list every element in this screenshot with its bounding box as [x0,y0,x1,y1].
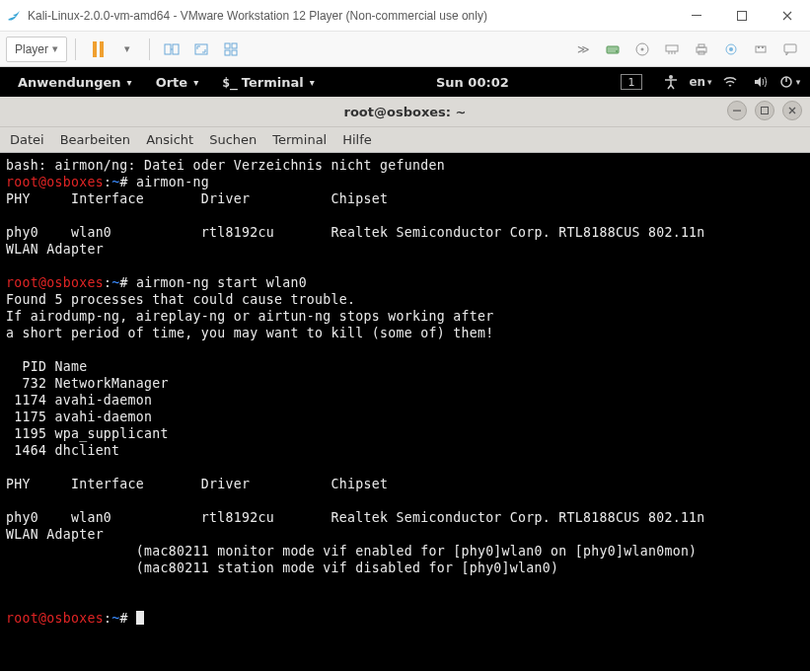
svg-rect-3 [173,44,179,54]
terminal-window-chrome: root@osboxes: ~ Datei Bearbeiten Ansicht… [0,97,810,153]
output-line: WLAN Adapter [6,242,104,257]
sound-icon[interactable] [717,37,745,62]
toolbar-divider [149,38,150,60]
window-title: Kali-Linux-2.0.0-vm-amd64 - VMware Works… [28,9,674,23]
output-line: PHY Interface Driver Chipset [6,477,388,491]
svg-rect-8 [232,50,237,55]
terminal-menubar: Datei Bearbeiten Ansicht Suchen Terminal… [0,126,810,152]
accessibility-icon[interactable] [658,74,684,90]
prompt-user: root [6,175,38,189]
chevron-down-icon: ▾ [52,42,58,55]
workspace-indicator[interactable]: 1 [621,74,642,90]
toolbar-divider [75,38,76,60]
svg-rect-6 [232,43,237,48]
clock[interactable]: Sun 00:02 [418,75,527,90]
output-line: PID Name [6,359,87,374]
chevron-down-icon: ▾ [310,77,315,88]
svg-rect-19 [756,46,766,52]
svg-rect-1 [738,11,747,20]
chevron-down-icon: ▾ [796,77,801,87]
terminal-titlebar: root@osboxes: ~ [0,97,810,126]
prompt-user: root [6,275,38,290]
window-controls [674,0,810,31]
chevron-down-icon: ▾ [124,42,130,55]
terminal-maximize-button[interactable] [755,101,774,120]
unity-button[interactable] [217,37,245,62]
hard-disk-icon[interactable] [599,37,626,62]
prompt-host: osboxes [46,175,104,189]
kali-dragon-icon [6,8,22,24]
maximize-button[interactable] [719,0,765,31]
output-line: 1174 avahi-daemon [6,393,152,408]
svg-rect-20 [758,46,760,48]
svg-point-23 [669,75,673,79]
output-line: PHY Interface Driver Chipset [6,191,388,206]
output-line: bash: airmon/ng: Datei oder Verzeichnis … [6,158,445,173]
output-line: (mac80211 monitor mode vif enabled for [… [6,544,697,559]
volume-icon[interactable] [747,74,773,90]
output-line: 1195 wpa_supplicant [6,426,169,441]
svg-rect-15 [699,44,704,47]
command-text: airmon-ng start wlan0 [128,275,307,290]
terminal-close-button[interactable] [782,101,802,120]
menu-help[interactable]: Hilfe [342,132,372,147]
language-indicator[interactable]: en▾ [688,75,713,89]
command-text: airmon-ng [128,175,209,189]
output-line: Found 5 processes that could cause troub… [6,292,355,307]
chevron-down-icon: ▾ [707,77,712,87]
devices-dropdown[interactable]: ≫ [569,37,597,62]
prompt-user: root [6,611,38,626]
power-icon[interactable]: ▾ [776,74,802,90]
network-adapter-icon[interactable] [658,37,686,62]
svg-rect-25 [733,111,741,112]
menu-view[interactable]: Ansicht [146,132,193,147]
send-ctrl-alt-del-button[interactable] [158,37,185,62]
output-line: (mac80211 station mode vif disabled for … [6,560,558,575]
prompt-host: osboxes [46,275,104,290]
svg-point-12 [641,47,644,50]
terminal-minimize-button[interactable] [727,101,747,120]
player-label: Player [15,42,48,56]
chevron-down-icon: ▾ [193,77,198,88]
printer-icon[interactable] [688,37,715,62]
player-menu-button[interactable]: Player ▾ [6,37,67,62]
terminal-app-menu[interactable]: $_ Terminal▾ [212,67,325,97]
cd-drive-icon[interactable] [628,37,656,62]
prompt-host: osboxes [46,611,104,626]
output-line: 1175 avahi-daemon [6,410,152,424]
vmware-toolbar: Player ▾ ▾ ≫ [0,32,810,67]
output-line: phy0 wlan0 rtl8192cu Realtek Semiconduct… [6,510,705,525]
svg-rect-21 [762,46,764,48]
svg-rect-22 [784,44,796,52]
menu-edit[interactable]: Bearbeiten [60,132,130,147]
applications-menu[interactable]: Anwendungen▾ [8,67,142,97]
svg-rect-5 [225,43,230,48]
svg-rect-2 [165,44,171,54]
terminal-prompt-icon: $_ [222,75,238,90]
menu-terminal[interactable]: Terminal [272,132,327,147]
pause-dropdown[interactable]: ▾ [113,37,141,62]
usb-icon[interactable] [747,37,774,62]
windows-titlebar: Kali-Linux-2.0.0-vm-amd64 - VMware Works… [0,0,810,32]
output-line: phy0 wlan0 rtl8192cu Realtek Semiconduct… [6,225,705,240]
wifi-icon[interactable] [717,74,743,90]
output-line: a short period of time, you may want to … [6,326,493,340]
svg-rect-26 [762,108,769,114]
output-line: 1464 dhclient [6,443,119,458]
svg-rect-0 [692,15,701,16]
terminal-cursor [136,611,144,625]
terminal-title: root@osboxes: ~ [344,105,467,119]
menu-search[interactable]: Suchen [209,132,257,147]
svg-point-10 [616,50,618,52]
menu-file[interactable]: Datei [10,132,44,147]
message-icon[interactable] [776,37,804,62]
svg-point-18 [729,47,733,51]
close-button[interactable] [765,0,810,31]
pause-button[interactable] [84,37,111,62]
terminal-output[interactable]: bash: airmon/ng: Datei oder Verzeichnis … [0,153,810,671]
minimize-button[interactable] [674,0,719,31]
places-menu[interactable]: Orte▾ [146,67,209,97]
fullscreen-button[interactable] [187,37,215,62]
output-line: If airodump-ng, aireplay-ng or airtun-ng… [6,309,493,324]
chevron-down-icon: ▾ [127,77,132,88]
